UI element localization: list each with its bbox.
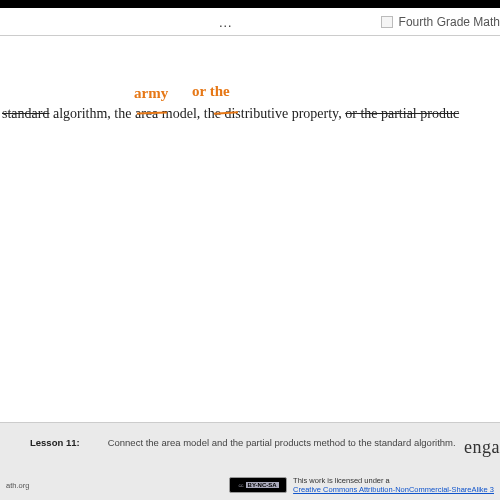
text-partial-struck: the partial produc — [357, 106, 459, 121]
word-standard-struck: standard — [2, 106, 49, 121]
cc-badge-icon: ㏄BY-NC-SA — [229, 477, 287, 493]
cc-badge-text: BY-NC-SA — [246, 482, 279, 488]
annotation-or-the: or the — [192, 83, 230, 100]
site-fragment: ath.org — [6, 481, 29, 490]
topbar: … Fourth Grade Math — [0, 8, 500, 36]
topbar-ellipsis: … — [70, 14, 381, 30]
lesson-left: Lesson 11: Connect the area model and th… — [30, 437, 464, 450]
license-row: ath.org ㏄BY-NC-SA This work is licensed … — [0, 472, 500, 500]
annotation-army: army — [134, 85, 168, 102]
footer: Lesson 11: Connect the area model and th… — [0, 422, 500, 500]
exercise-text-line: standard algorithm, the area model, the … — [0, 106, 500, 122]
document-content: standard algorithm, the area model, the … — [0, 36, 500, 424]
text-distributive: distributive property, — [224, 106, 345, 121]
grade-indicator: Fourth Grade Math — [381, 15, 500, 29]
brand-logo-text: enga — [464, 437, 500, 458]
license-right: ㏄BY-NC-SA This work is licensed under a … — [229, 476, 494, 494]
license-line1: This work is licensed under a — [293, 476, 494, 485]
license-link[interactable]: Creative Commons Attribution-NonCommerci… — [293, 485, 494, 494]
license-text: This work is licensed under a Creative C… — [293, 476, 494, 494]
lesson-row: Lesson 11: Connect the area model and th… — [0, 423, 500, 472]
grade-label: Fourth Grade Math — [399, 15, 500, 29]
text-algorithm: algorithm, the — [49, 106, 135, 121]
word-or-struck: or — [345, 106, 357, 121]
grade-square-icon — [381, 16, 393, 28]
lesson-label: Lesson 11: — [30, 437, 80, 450]
lesson-description: Connect the area model and the partial p… — [108, 437, 464, 450]
top-black-bar — [0, 0, 500, 8]
